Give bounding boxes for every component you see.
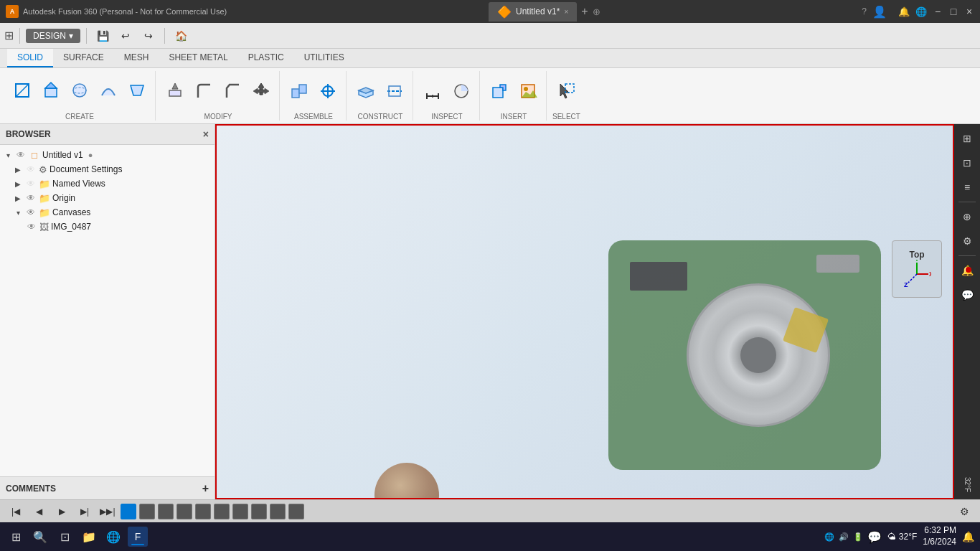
tab-menu-icon[interactable]: ⊕ (593, 6, 600, 17)
rs-display-button[interactable]: ⊡ (957, 153, 977, 173)
measure-button[interactable] (419, 79, 446, 103)
new-sketch-button[interactable] (9, 78, 36, 104)
tab-plastic[interactable]: PLASTIC (238, 49, 294, 67)
rs-add-button[interactable]: ⊕ (957, 207, 977, 227)
chamfer-button[interactable] (219, 79, 246, 103)
section-analysis-button[interactable] (448, 79, 475, 103)
time-display[interactable]: 6:32 PM 1/6/2024 (923, 525, 956, 547)
insert-derive-button[interactable] (486, 79, 513, 103)
taskbar-search-icon[interactable]: 🔍 (30, 527, 50, 547)
film-frame-2[interactable] (158, 504, 174, 519)
design-mode-button[interactable]: DESIGN ▾ (26, 29, 80, 43)
tree-arrow-canvases[interactable]: ▾ (13, 207, 23, 217)
rs-panels-button[interactable]: ⊞ (957, 128, 977, 149)
tab-utilities[interactable]: UTILITIES (294, 49, 354, 67)
film-next-end-button[interactable]: ▶▶| (98, 501, 118, 522)
fillet-button[interactable] (190, 79, 217, 103)
film-frame-0[interactable] (121, 504, 136, 519)
tree-eye-img[interactable]: 👁 (26, 221, 37, 232)
tab-mesh[interactable]: MESH (114, 49, 159, 67)
revolve-button[interactable] (66, 78, 93, 104)
tree-eye-canvases[interactable]: 👁 (25, 207, 37, 218)
save-button[interactable]: 💾 (93, 26, 113, 46)
orientation-cube[interactable]: Top X Y Z (892, 240, 942, 298)
film-next-button[interactable]: ▶| (75, 501, 95, 522)
film-prev-start-button[interactable]: |◀ (6, 501, 26, 522)
tree-arrow-doc-settings[interactable]: ▶ (13, 164, 23, 174)
tree-item-root[interactable]: ▾ 👁 □ Untitled v1 ● (0, 148, 215, 162)
tree-arrow-origin[interactable]: ▶ (13, 193, 23, 203)
user-icon[interactable]: 👤 (872, 5, 887, 19)
start-button[interactable]: ⊞ (6, 527, 26, 547)
tray-sound-icon[interactable]: 🔊 (839, 532, 849, 542)
rs-chat-button[interactable]: 💬 (957, 285, 977, 305)
tree-arrow-named-views[interactable]: ▶ (13, 179, 23, 189)
press-pull-button[interactable] (161, 79, 189, 103)
tray-battery-icon[interactable]: 🔋 (853, 532, 863, 542)
tree-eye-invisible[interactable]: 👁 (25, 164, 37, 175)
rs-notification-button[interactable]: 🔔 (957, 260, 977, 281)
film-frame-3[interactable] (176, 504, 192, 519)
joint-button[interactable] (314, 79, 341, 103)
extrude-button[interactable] (37, 78, 65, 104)
tray-notification-icon[interactable]: 💬 (867, 530, 882, 544)
sweep-button[interactable] (95, 78, 122, 104)
close-button[interactable]: × (964, 6, 974, 17)
rs-list-button[interactable]: ≡ (957, 177, 977, 197)
taskbar: ⊞ 🔍 ⊡ 📁 🌐 F 🌐 🔊 🔋 💬 🌤 32°F 6:32 PM 1/6/2… (0, 522, 980, 551)
tab-add-button[interactable]: + (581, 5, 588, 18)
insert-canvas-button[interactable] (514, 79, 542, 103)
tree-item-img[interactable]: 👁 🖼 IMG_0487 (0, 220, 215, 234)
weather-widget[interactable]: 🌤 32°F (887, 532, 917, 542)
tree-item-canvases[interactable]: ▾ 👁 📁 Canvases (0, 205, 215, 220)
help-icon[interactable]: ? (862, 6, 867, 17)
tree-eye-root[interactable]: 👁 (15, 149, 27, 161)
film-frame-1[interactable] (139, 504, 155, 519)
maximize-button[interactable]: □ (948, 6, 958, 17)
notification-button[interactable]: 🔔 (962, 531, 974, 542)
minimize-button[interactable]: − (933, 6, 943, 17)
tree-arrow-root[interactable]: ▾ (3, 150, 13, 160)
notifications-icon[interactable]: 🔔 (898, 6, 910, 17)
redo-button[interactable]: ↪ (138, 26, 159, 46)
film-play-button[interactable]: ▶ (52, 501, 72, 522)
taskbar-app-3[interactable]: F (128, 527, 148, 547)
filmstrip-settings-button[interactable]: ⚙ (954, 501, 974, 522)
film-frame-8[interactable] (270, 504, 286, 519)
tree-eye-named-views[interactable]: 👁 (25, 178, 37, 189)
film-frame-4[interactable] (195, 504, 211, 519)
tree-item-doc-settings[interactable]: ▶ 👁 ⚙ Document Settings (0, 162, 215, 176)
tab-surface[interactable]: SURFACE (53, 49, 114, 67)
offset-plane-button[interactable] (352, 79, 380, 103)
taskbar-app-2[interactable]: 🌐 (103, 527, 123, 547)
browser-collapse-button[interactable]: × (203, 128, 209, 140)
film-frame-5[interactable] (214, 504, 230, 519)
taskbar-app-1[interactable]: 📁 (79, 527, 99, 547)
comments-panel[interactable]: COMMENTS + (0, 476, 215, 499)
select-button[interactable] (552, 79, 580, 103)
loft-button[interactable] (123, 78, 151, 104)
tree-item-named-views[interactable]: ▶ 👁 📁 Named Views (0, 176, 215, 191)
home-button[interactable]: 🏠 (171, 26, 191, 46)
move-copy-button[interactable] (248, 79, 275, 103)
tray-network-icon[interactable]: 🌐 (824, 532, 834, 542)
online-icon[interactable]: 🌐 (915, 6, 927, 17)
active-tab[interactable]: 🔶 Untitled v1* × (489, 2, 577, 22)
film-frame-6[interactable] (232, 504, 248, 519)
viewport[interactable]: ⋮ Input a new value to calibrate Top X Y… (215, 124, 954, 499)
tree-eye-origin[interactable]: 👁 (25, 192, 37, 204)
film-frame-9[interactable] (288, 504, 304, 519)
taskbar-task-view-icon[interactable]: ⊡ (55, 527, 75, 547)
midplane-button[interactable] (381, 79, 408, 103)
rs-settings-button[interactable]: ⚙ (957, 231, 977, 251)
tab-close-icon[interactable]: × (564, 8, 568, 16)
undo-button[interactable]: ↩ (116, 26, 136, 46)
tab-solid[interactable]: SOLID (7, 49, 53, 67)
item-options-icon[interactable]: ● (88, 151, 93, 159)
film-frame-7[interactable] (251, 504, 267, 519)
film-prev-button[interactable]: ◀ (29, 501, 49, 522)
tab-sheet-metal[interactable]: SHEET METAL (159, 49, 237, 67)
comments-add-button[interactable]: + (202, 482, 209, 495)
tree-item-origin[interactable]: ▶ 👁 📁 Origin (0, 191, 215, 205)
new-component-button[interactable] (286, 79, 313, 103)
